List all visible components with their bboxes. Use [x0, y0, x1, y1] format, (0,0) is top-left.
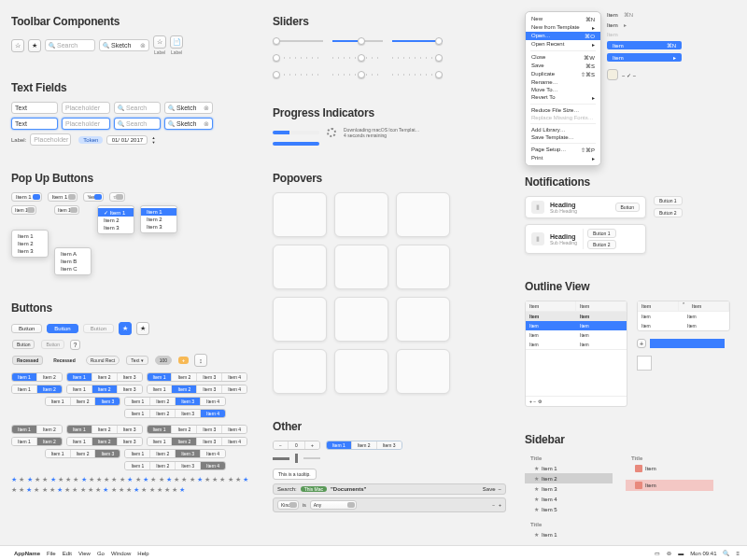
seg-item[interactable]: Item 1: [46, 450, 71, 457]
toolbar-labeled-button-2[interactable]: 📄Label: [170, 35, 183, 55]
button-primary[interactable]: Button: [47, 324, 78, 333]
list-item[interactable]: ★Item 1: [525, 463, 613, 473]
menu-item[interactable]: Move To…: [526, 86, 600, 93]
seg-item[interactable]: Item 3: [95, 398, 120, 405]
menu-item[interactable]: Duplicate⇧⌘S: [526, 70, 600, 78]
menu-item[interactable]: Revert To▸: [526, 93, 600, 102]
color-swatch[interactable]: [607, 69, 618, 80]
popup-small[interactable]: Yes: [83, 192, 103, 202]
menu-item[interactable]: Item 3: [141, 223, 176, 231]
wifi-icon[interactable]: ⊚: [667, 550, 671, 556]
seg-item[interactable]: Item 3: [118, 385, 142, 393]
seg-item[interactable]: Item 3: [197, 373, 222, 381]
seg-item[interactable]: Item 4: [222, 438, 247, 445]
menu-file[interactable]: File: [47, 551, 56, 556]
col-header[interactable]: Item: [526, 301, 576, 311]
row[interactable]: Item: [526, 340, 576, 349]
seg-item[interactable]: Item 1: [148, 385, 173, 393]
seg-item[interactable]: Item 2: [150, 398, 176, 405]
toolbar-button-star-solid[interactable]: ★: [28, 39, 41, 52]
save-link[interactable]: Save: [483, 486, 496, 492]
menu-help[interactable]: Help: [137, 551, 148, 556]
popup-trigger[interactable]: Item 1: [11, 205, 36, 215]
textfield-filled[interactable]: Text: [11, 102, 58, 114]
menu-item[interactable]: Open…⌘O: [526, 32, 600, 40]
rule-add-remove[interactable]: −+: [492, 502, 501, 508]
menu-item[interactable]: Item C: [55, 265, 91, 273]
toolbar-search-empty[interactable]: 🔍Search: [45, 39, 95, 51]
seg-item[interactable]: Item 2: [71, 450, 96, 457]
popup-small-grey[interactable]: ☆: [109, 192, 125, 202]
seg-item[interactable]: Item 2: [37, 426, 62, 433]
notif-action-1[interactable]: Button 1: [654, 196, 683, 205]
menu-item[interactable]: New⌘N: [526, 15, 600, 23]
slider-ticks[interactable]: [392, 69, 443, 80]
seg-item[interactable]: Item 1: [67, 373, 92, 381]
display-icon[interactable]: ▭: [655, 550, 660, 556]
seg-item[interactable]: Item 2: [92, 426, 118, 433]
searchfield[interactable]: 🔍Search: [114, 102, 161, 114]
toolbar-button-star-outline[interactable]: ☆: [11, 39, 24, 52]
toolbar-search-typed[interactable]: 🔍Sketch⊗: [99, 39, 149, 51]
stepper[interactable]: −0+: [273, 441, 320, 450]
row[interactable]: Item: [638, 312, 684, 321]
color-well[interactable]: [637, 356, 652, 371]
toolbar-labeled-button[interactable]: ☆Label: [153, 35, 166, 55]
menu-item[interactable]: Page Setup…⇧⌘P: [526, 146, 600, 154]
seg-item[interactable]: Item 3: [176, 450, 201, 457]
menu-item[interactable]: Item 3: [98, 224, 134, 231]
tab-control[interactable]: Item 1Item 2Item 3: [326, 441, 402, 450]
seg-item[interactable]: Item 3: [197, 385, 222, 393]
seg-item[interactable]: Item 1: [148, 373, 173, 381]
menu-item[interactable]: Save⌘S: [526, 62, 600, 70]
button-icon[interactable]: ★: [136, 322, 149, 335]
button-default[interactable]: Button: [11, 324, 42, 333]
seg-item[interactable]: Item 1: [125, 398, 150, 405]
slider-ticks[interactable]: [332, 69, 383, 80]
menu-item-selected[interactable]: Item 1: [141, 208, 176, 216]
slider-ticks[interactable]: [273, 52, 323, 63]
list-item[interactable]: Item: [607, 22, 618, 28]
seg-item[interactable]: Item 1: [12, 373, 37, 381]
seg-item[interactable]: Item 2: [92, 438, 118, 445]
menu-item[interactable]: Reduce File Size…: [526, 106, 600, 114]
seg-item[interactable]: Item 3: [176, 410, 201, 417]
list-item-selected[interactable]: Item: [613, 43, 624, 49]
seg-item[interactable]: Item 4: [201, 398, 225, 405]
menu-item[interactable]: Add Library…: [526, 126, 600, 133]
date-stepper[interactable]: ▲▼: [151, 135, 155, 145]
col-header[interactable]: Item: [638, 301, 679, 311]
clear-icon[interactable]: ⊗: [204, 105, 209, 112]
chip-button[interactable]: Button: [12, 340, 35, 349]
row[interactable]: Item: [526, 312, 576, 321]
list-item-selected[interactable]: Item: [626, 480, 713, 491]
token-field[interactable]: Token: [78, 136, 103, 144]
seg-item[interactable]: Item 2: [150, 450, 176, 457]
seg-item[interactable]: Item 4: [201, 462, 225, 469]
button-icon-primary[interactable]: ★: [119, 322, 132, 335]
row[interactable]: Item: [638, 321, 684, 330]
seg-item[interactable]: Item 1: [125, 462, 150, 469]
recessed-button[interactable]: Recessed: [12, 356, 43, 365]
seg-item[interactable]: Item 4: [222, 426, 247, 433]
notif-action-2[interactable]: Button 2: [654, 208, 683, 217]
seg-item[interactable]: Item 3: [176, 398, 201, 405]
minus-icon[interactable]: −: [498, 486, 501, 492]
roundrect-button[interactable]: Round Rect: [86, 356, 120, 365]
seg-item[interactable]: Item 4: [201, 450, 225, 457]
clock[interactable]: Mon 09:41: [690, 551, 716, 556]
seg-item[interactable]: Item 1: [125, 450, 150, 457]
list-item-selected[interactable]: ★Item 2: [525, 473, 613, 483]
textfield-focused[interactable]: Text: [11, 118, 58, 130]
textfield-placeholder[interactable]: Placeholder: [62, 102, 110, 114]
popup-trigger[interactable]: Item 1: [54, 205, 79, 215]
help-button[interactable]: ?: [70, 340, 80, 350]
menu-item[interactable]: Item 3: [12, 247, 48, 255]
popup-button[interactable]: Item 1: [11, 192, 42, 202]
textfield-placeholder-focused[interactable]: Placeholder: [62, 118, 110, 130]
seg-item[interactable]: Item 2: [37, 385, 62, 393]
expand-button[interactable]: ↕: [194, 354, 207, 367]
col-header[interactable]: Item: [688, 301, 729, 311]
plus-button[interactable]: +: [178, 357, 189, 364]
seg-item[interactable]: Item 3: [118, 373, 142, 381]
